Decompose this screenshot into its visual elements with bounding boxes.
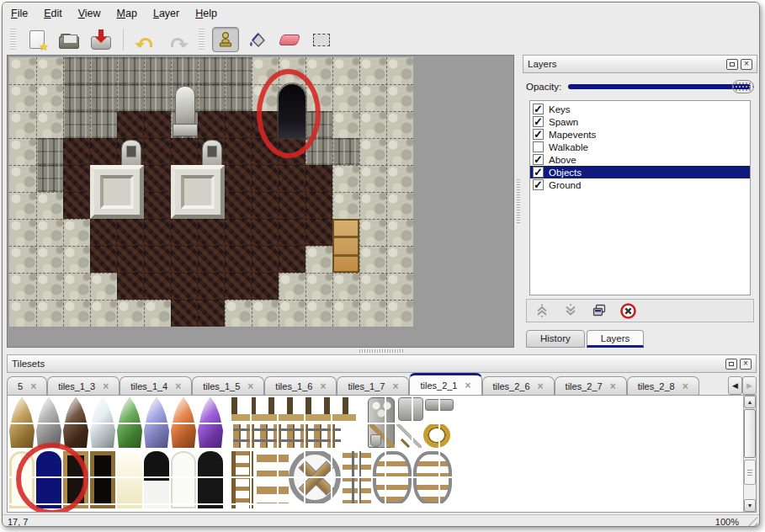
tileset-scrollbar[interactable]: ▲ ▼ <box>743 396 756 512</box>
white-arch-door-tile[interactable] <box>171 451 196 508</box>
map-tile-pebble-rock[interactable] <box>359 111 386 138</box>
map-tile-brown-floor[interactable] <box>144 246 171 273</box>
layer-visibility-checkbox[interactable]: ✓ <box>533 116 544 127</box>
map-tile-brown-floor[interactable] <box>90 246 117 273</box>
map-tile-pebble-rock[interactable] <box>305 300 332 327</box>
tileset-tab-tiles_1_4[interactable]: tiles_1_4× <box>120 376 192 395</box>
map-tile-pebble-rock[interactable] <box>279 300 305 327</box>
map-tile-pebble-rock[interactable] <box>9 84 36 111</box>
toolbar-grip[interactable] <box>199 29 205 51</box>
wood-door-tile[interactable] <box>63 451 88 508</box>
map-tile-pebble-rock[interactable] <box>279 57 305 84</box>
orange-crystal-tile[interactable] <box>171 397 196 448</box>
map-tile-brown-floor[interactable] <box>171 219 198 246</box>
fill-tool-button[interactable] <box>244 27 271 52</box>
map-tile-pebble-rock[interactable] <box>63 246 90 273</box>
map-tile-stone-wall[interactable] <box>171 57 198 84</box>
map-tile-brown-floor[interactable] <box>198 300 225 327</box>
map-tile-pebble-rock[interactable] <box>359 165 386 192</box>
map-tile-pebble-rock[interactable] <box>9 246 36 273</box>
map-tile-pebble-rock[interactable] <box>305 57 332 84</box>
map-content[interactable] <box>9 57 413 327</box>
opacity-slider[interactable] <box>568 80 754 93</box>
map-tile-brown-floor[interactable] <box>279 192 305 219</box>
map-tile-pebble-rock[interactable] <box>386 219 413 246</box>
map-tile-brown-floor[interactable] <box>305 165 332 192</box>
stone-platform[interactable] <box>171 165 225 219</box>
map-tile-pebble-rock[interactable] <box>305 84 332 111</box>
silver-crystal-tile[interactable] <box>36 397 61 448</box>
layer-visibility-checkbox[interactable] <box>533 141 544 152</box>
tileset-tab-tiles_1_3[interactable]: tiles_1_3× <box>47 376 120 395</box>
map-tile-pebble-rock[interactable] <box>144 300 171 327</box>
map-tile-pebble-rock[interactable] <box>386 111 413 138</box>
map-tile-brown-floor[interactable] <box>225 273 252 300</box>
map-tile-brown-floor[interactable] <box>279 219 305 246</box>
map-tile-brown-floor[interactable] <box>225 246 252 273</box>
float-panel-button[interactable] <box>725 359 737 370</box>
duplicate-layer-button[interactable] <box>591 302 608 319</box>
map-tile-pebble-rock[interactable] <box>305 273 332 300</box>
map-tile-brown-floor[interactable] <box>117 273 144 300</box>
map-tile-pebble-rock[interactable] <box>332 273 359 300</box>
wooden-crate[interactable] <box>332 219 359 273</box>
map-tile-brown-floor[interactable] <box>279 138 305 165</box>
map-tile-pebble-rock[interactable] <box>90 273 117 300</box>
map-tile-stone-wall[interactable] <box>36 138 63 165</box>
map-tile-pebble-rock[interactable] <box>386 192 413 219</box>
map-tile-pebble-rock[interactable] <box>386 138 413 165</box>
resize-grip-icon[interactable] <box>746 516 757 527</box>
map-tile-brown-floor[interactable] <box>117 111 144 138</box>
map-tile-brown-floor[interactable] <box>198 219 225 246</box>
map-tile-pebble-rock[interactable] <box>9 300 36 327</box>
map-tile-stone-wall[interactable] <box>198 84 225 111</box>
purple-crystal-tile[interactable] <box>198 397 223 448</box>
black-arch-snow-tile[interactable] <box>144 451 169 508</box>
map-tile-pebble-rock[interactable] <box>63 273 90 300</box>
layer-visibility-checkbox[interactable]: ✓ <box>533 154 544 165</box>
map-tile-pebble-rock[interactable] <box>225 300 252 327</box>
tileset-tiles-area[interactable] <box>8 396 743 512</box>
map-tile-pebble-rock[interactable] <box>252 300 279 327</box>
map-tile-stone-wall[interactable] <box>90 84 117 111</box>
map-tile-pebble-rock[interactable] <box>359 219 386 246</box>
map-tile-brown-floor[interactable] <box>144 111 171 138</box>
dark-wood-door-tile[interactable] <box>90 451 115 508</box>
vertical-splitter[interactable] <box>514 55 523 348</box>
map-tile-pebble-rock[interactable] <box>36 192 63 219</box>
menu-layer[interactable]: Layer <box>153 8 179 19</box>
map-tile-pebble-rock[interactable] <box>279 273 305 300</box>
map-tile-brown-floor[interactable] <box>144 165 171 192</box>
layer-visibility-checkbox[interactable]: ✓ <box>533 129 544 140</box>
map-tile-pebble-rock[interactable] <box>359 273 386 300</box>
layer-row-above[interactable]: ✓Above <box>530 153 750 166</box>
navy-door-tile[interactable] <box>36 451 61 508</box>
eraser-tool-button[interactable] <box>276 27 303 52</box>
tileset-tab-tiles_1_5[interactable]: tiles_1_5× <box>192 376 264 395</box>
layer-visibility-checkbox[interactable]: ✓ <box>533 167 544 178</box>
blue-crystal-tile[interactable] <box>144 397 169 448</box>
map-tile-brown-floor[interactable] <box>252 219 279 246</box>
map-tile-stone-wall[interactable] <box>198 57 225 84</box>
map-tile-stone-wall[interactable] <box>225 57 252 84</box>
sword-tile[interactable] <box>396 423 422 448</box>
map-tile-pebble-rock[interactable] <box>9 219 36 246</box>
tombstone[interactable] <box>198 138 225 165</box>
horizontal-splitter[interactable] <box>3 348 759 354</box>
tab-scroll-right-button[interactable]: ▶ <box>742 376 757 395</box>
cave-doorway[interactable] <box>279 84 305 138</box>
map-tile-pebble-rock[interactable] <box>36 84 63 111</box>
map-tile-brown-floor[interactable] <box>198 246 225 273</box>
close-tab-icon[interactable]: × <box>465 380 471 391</box>
map-tile-stone-wall[interactable] <box>63 111 90 138</box>
map-tile-pebble-rock[interactable] <box>332 57 359 84</box>
map-tile-stone-wall[interactable] <box>144 57 171 84</box>
column-segment-tile[interactable] <box>425 399 454 411</box>
map-tile-brown-floor[interactable] <box>225 138 252 165</box>
map-tile-stone-wall[interactable] <box>332 138 359 165</box>
map-tile-pebble-rock[interactable] <box>332 111 359 138</box>
layer-row-spawn[interactable]: ✓Spawn <box>530 115 750 128</box>
dark-rock-tile[interactable] <box>63 397 88 448</box>
track-crossing-tile[interactable] <box>343 451 371 505</box>
map-tile-brown-floor[interactable] <box>305 192 332 219</box>
